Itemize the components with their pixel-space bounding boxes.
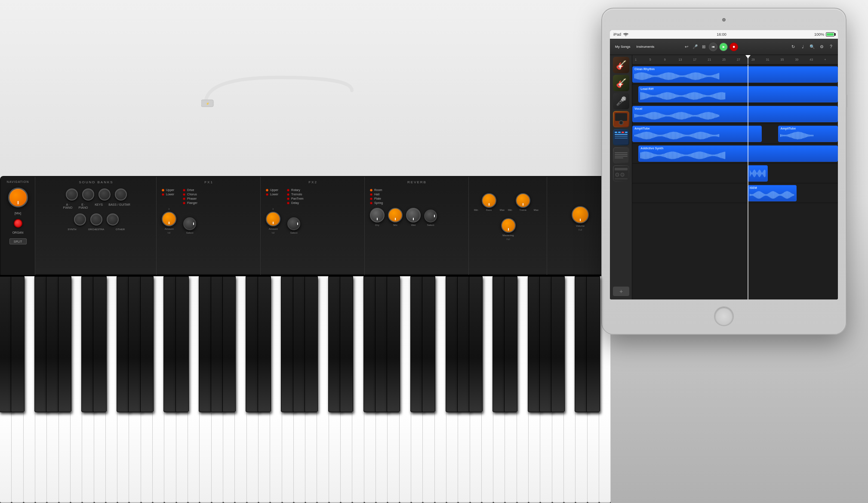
instruments-button[interactable]: Instruments (635, 44, 656, 49)
black-key-9[interactable] (140, 276, 154, 412)
ipad-home-button[interactable] (714, 306, 734, 326)
nav-section: NAVIGATION [Mix] ORGAN SPLIT (1, 177, 35, 276)
bank-btn-other[interactable] (107, 213, 119, 225)
track-icon-clean-rhythm[interactable]: 🎸 (613, 57, 629, 73)
mark-43: 43 (809, 58, 823, 61)
play-button[interactable]: ▶ (719, 43, 728, 51)
svg-rect-71 (695, 72, 696, 80)
black-key-4[interactable] (58, 276, 71, 412)
black-keys-row (0, 276, 611, 412)
track-icon-isem[interactable] (613, 165, 629, 182)
svg-text:⚡: ⚡ (206, 102, 209, 105)
track-row-0[interactable]: Clean Rhythm (632, 65, 838, 84)
black-key-14[interactable] (222, 276, 236, 412)
svg-rect-267 (693, 133, 693, 137)
svg-rect-275 (703, 132, 704, 139)
black-key-34[interactable] (551, 276, 564, 412)
my-songs-button[interactable]: My Songs (613, 44, 632, 49)
track-row-4[interactable]: Addictive Synth (632, 144, 838, 164)
track-clip-5[interactable] (748, 165, 768, 182)
rewind-button[interactable]: ⏮ (709, 43, 717, 51)
fx1-select-knob[interactable] (183, 217, 196, 230)
fx1-amount-knob[interactable] (162, 212, 176, 226)
black-key-36[interactable] (586, 276, 600, 412)
mic-icon[interactable]: 🎤 (692, 43, 699, 50)
loop-icon[interactable]: ↻ (790, 43, 797, 50)
tracks-grid-icon[interactable]: ⊞ (700, 43, 707, 50)
black-key-29[interactable] (469, 276, 482, 412)
mark-add[interactable]: + (823, 58, 838, 61)
help-icon[interactable]: ? (828, 43, 834, 50)
track-row-6[interactable]: iSEM (632, 183, 838, 203)
black-key-17[interactable] (281, 276, 294, 412)
svg-rect-487 (777, 193, 778, 196)
fx2-select-knob[interactable] (287, 217, 300, 230)
fx2-rotary-label: Rotary (291, 188, 300, 191)
red-button[interactable] (14, 219, 22, 228)
black-key-11[interactable] (175, 276, 189, 412)
black-key-6[interactable] (93, 276, 106, 412)
black-key-24[interactable] (387, 276, 400, 412)
track-clip2-3[interactable]: AmpliTube (778, 126, 838, 142)
track-clip-3[interactable]: AmpliTube (632, 126, 762, 142)
track-clip-4[interactable]: Addictive Synth (638, 145, 838, 162)
settings-icon[interactable]: ⚙ (818, 43, 825, 50)
black-key-10[interactable] (163, 276, 177, 412)
reverb-select-knob[interactable] (424, 210, 437, 222)
mastering-knob[interactable] (501, 218, 516, 233)
track-clip-1[interactable]: Lead Riff (638, 86, 838, 102)
fx1-upper-indicator: Upper (162, 188, 174, 191)
track-icon-amplitube[interactable] (613, 111, 629, 127)
black-key-16[interactable] (258, 276, 271, 412)
track-row-1[interactable]: Lead Riff (632, 84, 838, 104)
black-key-1[interactable] (11, 276, 24, 412)
master-knob[interactable] (8, 188, 28, 207)
mark-1: 1 (634, 58, 649, 61)
black-key-26[interactable] (422, 276, 435, 412)
note-icon[interactable]: ♩ (799, 43, 806, 50)
treble-knob[interactable] (516, 193, 530, 208)
svg-rect-309 (807, 134, 808, 136)
black-key-31[interactable] (504, 276, 517, 412)
reverb-mix-knob[interactable] (388, 208, 403, 222)
track-row-2[interactable]: Vocal (632, 104, 838, 124)
track-clip-0[interactable]: Clean Rhythm (632, 66, 838, 83)
fx1-options: Upper Lower Drive Chorus (162, 188, 256, 204)
svg-rect-296 (791, 133, 791, 137)
svg-rect-511 (794, 194, 794, 196)
svg-rect-482 (774, 191, 774, 198)
black-key-21[interactable] (340, 276, 353, 412)
svg-rect-248 (668, 133, 669, 138)
bass-knob[interactable] (482, 193, 496, 208)
bank-btn-apiano[interactable] (66, 188, 78, 201)
track-clip-6[interactable]: iSEM (748, 185, 797, 201)
black-key-12[interactable] (199, 276, 212, 412)
record-button[interactable]: ⏺ (729, 43, 738, 51)
search-icon[interactable]: 🔍 (809, 43, 816, 50)
track-row-5[interactable] (632, 164, 838, 183)
reverb-wet-knob[interactable] (406, 208, 421, 222)
fx2-amount-knob[interactable] (266, 212, 280, 226)
volume-knob[interactable] (572, 206, 589, 223)
split-button[interactable]: SPLIT (9, 238, 27, 244)
track-icon-unknown[interactable] (613, 147, 629, 164)
reverb-dry-knob[interactable] (370, 208, 385, 222)
track-icon-vocal[interactable]: 🎤 (613, 93, 629, 109)
svg-rect-204 (696, 114, 697, 117)
ipad-side-button[interactable] (846, 95, 847, 108)
track-row-3[interactable]: AmpliTubeAmpliTube (632, 124, 838, 144)
black-key-8[interactable] (128, 276, 142, 412)
bank-btn-bassguit[interactable] (115, 188, 127, 201)
undo-icon[interactable]: ↩ (683, 43, 690, 50)
bank-btn-orch[interactable] (90, 213, 102, 225)
add-track-button[interactable]: + (613, 287, 629, 296)
bank-btn-keys[interactable] (98, 188, 111, 201)
bank-btn-synth[interactable] (74, 213, 86, 225)
svg-rect-83 (711, 75, 711, 77)
track-icon-lead-riff[interactable]: 🎸 (613, 75, 629, 91)
bank-btn-epiano[interactable] (82, 188, 94, 201)
track-clip-2[interactable]: Vocal (632, 106, 838, 122)
black-key-19[interactable] (305, 276, 318, 412)
black-key-3[interactable] (46, 276, 59, 412)
track-icon-addictive-synth[interactable] (613, 129, 629, 145)
